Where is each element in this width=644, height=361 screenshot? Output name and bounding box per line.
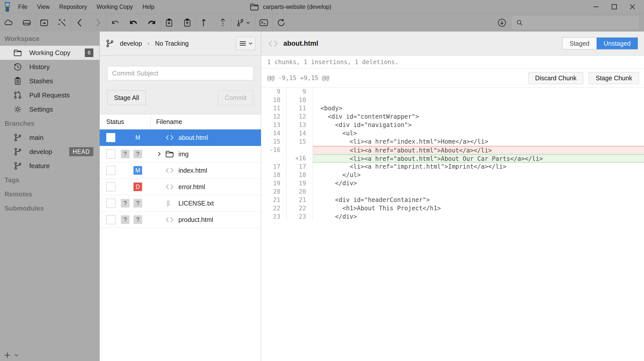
diff-line: 1414 <ul> — [261, 129, 644, 138]
revert-arrow-icon[interactable] — [111, 18, 120, 28]
stage-checkbox[interactable] — [106, 133, 115, 142]
maximize-button[interactable] — [605, 0, 623, 14]
commit-area: Stage All Commit — [100, 56, 261, 114]
add-repository-button[interactable] — [4, 351, 19, 359]
menu-help[interactable]: Help — [142, 4, 154, 10]
sidebar: Workspace Working Copy 6 — [0, 32, 100, 361]
menu-file[interactable]: File — [18, 4, 28, 10]
tab-unstaged[interactable]: Unstaged — [597, 38, 638, 49]
refresh-icon[interactable] — [276, 18, 286, 28]
window-title: carparts-website (develop) — [250, 0, 331, 14]
text-file-icon — [165, 198, 174, 208]
menubar: File View Repository Working Copy Help — [18, 4, 154, 10]
diff-line: 1717 <li><a href="imprint.html">Imprint<… — [261, 163, 644, 171]
table-row-about-html[interactable]: M about.html — [100, 130, 261, 146]
chevron-down-icon — [249, 41, 253, 45]
branch-icon — [105, 39, 114, 48]
expand-chevron-icon[interactable] — [156, 151, 165, 157]
sidebar-section-remotes[interactable]: Remotes — [0, 187, 99, 201]
table-row-error-html[interactable]: D error.html — [100, 179, 261, 195]
sidebar-item-settings[interactable]: Settings — [0, 102, 99, 116]
stage-checkbox[interactable] — [106, 215, 115, 224]
filename-label: LICENSE.txt — [178, 200, 214, 207]
pull-arrow-icon[interactable] — [129, 18, 138, 28]
sidebar-item-branch-develop[interactable]: develop HEAD — [0, 145, 99, 159]
sidebar-item-pull-requests[interactable]: Pull Requests — [0, 88, 99, 102]
diff-line: 1919 </div> — [261, 179, 644, 188]
local-drive-icon[interactable] — [22, 18, 32, 28]
diff-line: 2121 <div id="headerContainer"> — [261, 196, 644, 204]
breadcrumb-branch[interactable]: develop — [120, 40, 142, 47]
diff-line: 1818 </ul> — [261, 171, 644, 179]
search-input[interactable] — [526, 19, 635, 26]
stage-chunk-button[interactable]: Stage Chunk — [589, 72, 639, 84]
diff-line: 1212 <div id="contentWrapper"> — [261, 113, 644, 121]
diff-line: 2222 <h1>About This Project</h1> — [261, 204, 644, 213]
toolbar — [0, 14, 644, 32]
diff-line-added: +16 <li><a href="about.html">About Our C… — [261, 154, 644, 163]
sidebar-item-branch-main[interactable]: main — [0, 131, 99, 145]
diff-line: 1111<body> — [261, 104, 644, 113]
sidebar-section-tags[interactable]: Tags — [0, 173, 99, 187]
hunk-bar: @@ -9,15 +9,15 @@ Discard Chunk Stage Ch… — [261, 69, 644, 88]
diff-line: 1515 <li><a href="index.html">Home</a></… — [261, 138, 644, 146]
status-badge-untracked: ? — [121, 199, 129, 208]
close-button[interactable] — [623, 0, 641, 14]
git-flow-icon[interactable] — [235, 18, 251, 28]
cherry-pick-icon[interactable] — [218, 18, 228, 28]
column-header-status[interactable]: Status — [100, 114, 151, 129]
stage-all-button[interactable]: Stage All — [107, 90, 146, 105]
diff-line: 99 — [261, 88, 644, 96]
menu-repository[interactable]: Repository — [59, 4, 87, 10]
head-badge: HEAD — [69, 147, 93, 156]
status-badge-untracked: ? — [121, 215, 129, 224]
commit-button[interactable]: Commit — [218, 90, 253, 105]
downloads-icon[interactable] — [497, 18, 507, 28]
merge-icon[interactable] — [200, 18, 209, 28]
table-row-index-html[interactable]: M index.html — [100, 162, 261, 179]
minimize-button[interactable] — [587, 0, 605, 14]
staged-unstaged-toggle: Staged Unstaged — [562, 37, 638, 49]
terminal-icon[interactable] — [259, 18, 269, 28]
table-row-product-html[interactable]: ? ? product.html — [100, 212, 261, 228]
stage-checkbox[interactable] — [106, 182, 115, 191]
sidebar-item-history[interactable]: History — [0, 60, 99, 74]
diff-line: 1313 <div id="navigation"> — [261, 121, 644, 129]
open-working-copy-icon[interactable] — [39, 18, 49, 28]
stash-apply-icon[interactable] — [182, 18, 192, 28]
cloud-service-icon[interactable] — [4, 18, 13, 28]
list-options-button[interactable] — [236, 37, 255, 50]
discard-chunk-button[interactable]: Discard Chunk — [528, 72, 583, 84]
forward-icon[interactable] — [93, 18, 103, 28]
stage-checkbox[interactable] — [106, 149, 115, 159]
window-controls — [587, 0, 644, 14]
history-icon — [13, 62, 22, 71]
menu-view[interactable]: View — [37, 4, 49, 10]
column-header-filename[interactable]: Filename — [151, 114, 182, 129]
back-icon[interactable] — [75, 18, 85, 28]
sidebar-item-working-copy[interactable]: Working Copy 6 — [0, 46, 99, 60]
stash-save-icon[interactable] — [164, 18, 174, 28]
search-box — [512, 16, 638, 29]
commit-panel: develop › No Tracking Stage All Commit S… — [100, 32, 261, 361]
code-file-icon — [267, 38, 279, 49]
branch-icon — [13, 133, 22, 142]
sidebar-section-workspace: Workspace — [0, 32, 99, 46]
tab-staged[interactable]: Staged — [562, 38, 597, 49]
table-row-license-txt[interactable]: ? ? LICENSE.txt — [100, 195, 261, 212]
diff-line: 1010 — [261, 96, 644, 104]
breadcrumb-tracking[interactable]: No Tracking — [155, 40, 189, 47]
search-icon — [516, 19, 523, 26]
file-table: Status Filename M about.h — [100, 114, 261, 361]
stage-checkbox[interactable] — [106, 199, 115, 208]
hunk-header-label: @@ -9,15 +9,15 @@ — [267, 74, 329, 82]
menu-working-copy[interactable]: Working Copy — [96, 4, 133, 10]
table-row-img[interactable]: ? ? img — [100, 146, 261, 162]
push-arrow-icon[interactable] — [147, 18, 156, 28]
sidebar-section-submodules[interactable]: Submodules — [0, 201, 99, 215]
sidebar-item-branch-feature[interactable]: feature — [0, 159, 99, 173]
stage-checkbox[interactable] — [106, 166, 115, 175]
commit-subject-input[interactable] — [107, 66, 253, 80]
sidebar-item-stashes[interactable]: Stashes — [0, 74, 99, 88]
quick-actions-wand-icon[interactable] — [58, 18, 67, 28]
